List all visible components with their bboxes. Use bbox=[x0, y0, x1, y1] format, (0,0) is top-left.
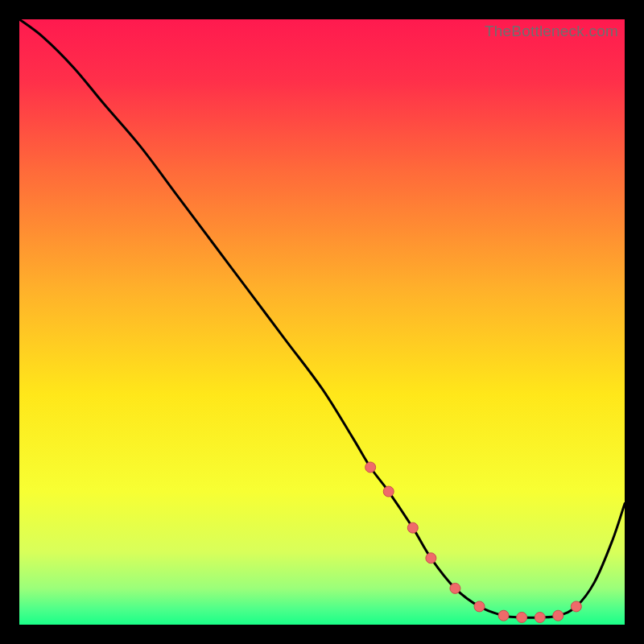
marker-point bbox=[535, 612, 545, 622]
watermark-text: TheBottleneck.com bbox=[485, 23, 618, 40]
chart-frame: TheBottleneck.com bbox=[19, 19, 625, 625]
marker-point bbox=[365, 462, 376, 473]
marker-point bbox=[498, 610, 509, 621]
marker-point bbox=[474, 601, 485, 612]
marker-point bbox=[407, 522, 418, 533]
bottleneck-chart bbox=[19, 19, 625, 625]
marker-point bbox=[517, 612, 527, 622]
marker-point bbox=[383, 486, 394, 497]
marker-point bbox=[571, 601, 581, 612]
marker-point bbox=[553, 610, 564, 621]
marker-point bbox=[450, 583, 460, 593]
marker-point bbox=[426, 553, 436, 564]
